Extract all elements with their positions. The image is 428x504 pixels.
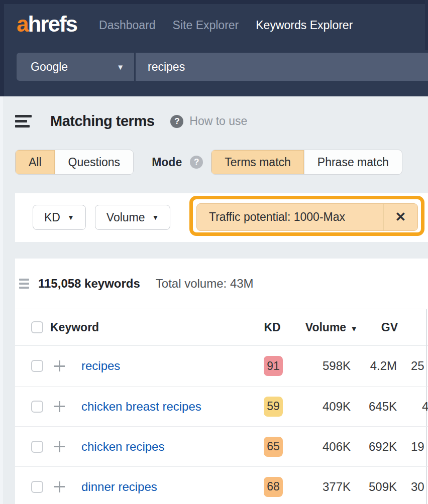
volume-filter-label: Volume bbox=[106, 211, 145, 224]
mode-label: Mode bbox=[152, 156, 182, 169]
kd-filter-label: KD bbox=[44, 211, 60, 224]
content-left-strip bbox=[0, 96, 3, 504]
search-engine-select[interactable]: Google ▼ bbox=[17, 53, 134, 81]
tabs-row: All Questions Mode ? Terms match Phrase … bbox=[15, 150, 402, 175]
top-navbar: ahrefs Dashboard Site Explorer Keywords … bbox=[0, 0, 428, 96]
table-row: recipes 91 598K 4.2M 25 bbox=[15, 346, 428, 386]
add-to-list-plus-icon[interactable] bbox=[53, 401, 65, 413]
volume-value: 406K bbox=[283, 440, 351, 454]
nav-link-keywords-explorer[interactable]: Keywords Explorer bbox=[256, 19, 353, 32]
mode-help-icon[interactable]: ? bbox=[190, 156, 203, 169]
add-to-list-plus-icon[interactable] bbox=[53, 481, 65, 493]
results-panel: 115,058 keywords Total volume: 43M Keywo… bbox=[15, 259, 428, 504]
kd-badge: 68 bbox=[264, 477, 283, 497]
table-row: dinner recipes 68 377K 509K 30 bbox=[15, 466, 428, 504]
page: ahrefs Dashboard Site Explorer Keywords … bbox=[0, 0, 428, 504]
kd-filter-dropdown[interactable]: KD ▼ bbox=[33, 205, 86, 230]
add-to-list-plus-icon[interactable] bbox=[53, 441, 65, 453]
clipped-value: 4 bbox=[397, 400, 428, 414]
mode-tab-group: Terms match Phrase match bbox=[211, 150, 402, 175]
nav-link-site-explorer[interactable]: Site Explorer bbox=[173, 19, 239, 32]
keyword-link[interactable]: dinner recipes bbox=[81, 480, 263, 494]
kd-badge: 65 bbox=[264, 437, 283, 457]
nav-link-dashboard[interactable]: Dashboard bbox=[99, 19, 156, 32]
gv-value: 509K bbox=[351, 480, 397, 494]
ahrefs-logo-a: a bbox=[17, 12, 28, 36]
chevron-down-icon: ▼ bbox=[67, 213, 74, 221]
how-to-use-link[interactable]: How to use bbox=[189, 114, 247, 128]
clipped-value: 30 bbox=[397, 480, 428, 494]
gv-value: 692K bbox=[351, 440, 397, 454]
tab-all[interactable]: All bbox=[16, 150, 55, 174]
table-row: chicken breast recipes 59 409K 645K 4 bbox=[15, 386, 428, 426]
chevron-down-icon: ▼ bbox=[117, 63, 124, 71]
filter-bar: KD ▼ Volume ▼ Traffic potential: 1000-Ma… bbox=[15, 193, 428, 242]
row-checkbox[interactable] bbox=[31, 481, 43, 493]
help-icon[interactable]: ? bbox=[170, 115, 183, 128]
keywords-count: 115,058 keywords bbox=[38, 277, 140, 291]
select-all-checkbox[interactable] bbox=[31, 321, 43, 333]
gv-value: 4.2M bbox=[351, 359, 397, 373]
row-checkbox[interactable] bbox=[31, 401, 43, 413]
volume-header-label: Volume bbox=[305, 321, 346, 334]
sort-desc-icon: ▼ bbox=[350, 324, 358, 333]
volume-value: 598K bbox=[283, 359, 351, 373]
row-checkbox[interactable] bbox=[31, 360, 43, 372]
keyword-link[interactable]: recipes bbox=[81, 359, 263, 373]
kd-badge: 91 bbox=[264, 356, 283, 376]
col-header-keyword: Keyword bbox=[50, 321, 262, 334]
page-title: Matching terms bbox=[50, 113, 154, 130]
stats-row: 115,058 keywords Total volume: 43M bbox=[15, 259, 428, 309]
window-edge-right bbox=[425, 0, 428, 50]
table-header: Keyword KD Volume▼ GV bbox=[15, 309, 428, 346]
kd-badge: 59 bbox=[264, 397, 283, 417]
filter-chip-label: Traffic potential: 1000-Max bbox=[197, 210, 383, 224]
col-header-gv[interactable]: GV bbox=[358, 321, 398, 334]
keyword-link[interactable]: chicken recipes bbox=[81, 440, 263, 454]
report-header: Matching terms ? How to use bbox=[15, 113, 247, 130]
primary-nav: Dashboard Site Explorer Keywords Explore… bbox=[99, 19, 353, 32]
clipped-value: 19 bbox=[397, 440, 428, 454]
search-input[interactable]: recipes bbox=[136, 53, 428, 81]
clipped-value: 25 bbox=[397, 359, 428, 373]
tab-questions[interactable]: Questions bbox=[55, 150, 134, 174]
volume-filter-dropdown[interactable]: Volume ▼ bbox=[95, 205, 171, 230]
volume-value: 377K bbox=[283, 480, 351, 494]
search-bar: Google ▼ recipes bbox=[17, 53, 428, 81]
window-edge-top bbox=[0, 0, 428, 4]
total-volume: Total volume: 43M bbox=[156, 277, 254, 291]
window-edge-left bbox=[0, 0, 4, 96]
keyword-link[interactable]: chicken breast recipes bbox=[81, 400, 263, 414]
table-row: chicken recipes 65 406K 692K 19 bbox=[15, 426, 428, 466]
report-menu-icon[interactable] bbox=[15, 115, 32, 128]
search-query-value: recipes bbox=[148, 60, 185, 74]
gv-value: 645K bbox=[351, 400, 397, 414]
volume-value: 409K bbox=[283, 400, 351, 414]
col-header-volume[interactable]: Volume▼ bbox=[282, 321, 358, 334]
scope-tab-group: All Questions bbox=[15, 150, 134, 175]
col-header-kd[interactable]: KD bbox=[262, 321, 282, 334]
list-options-icon[interactable] bbox=[19, 279, 29, 289]
remove-filter-button[interactable]: ✕ bbox=[383, 204, 417, 230]
tab-phrase-match[interactable]: Phrase match bbox=[304, 150, 402, 174]
keyword-rows: recipes 91 598K 4.2M 25 chicken breast r… bbox=[15, 346, 428, 504]
traffic-potential-filter-chip[interactable]: Traffic potential: 1000-Max ✕ bbox=[196, 203, 418, 231]
ahrefs-logo: ahrefs bbox=[17, 12, 77, 36]
row-checkbox[interactable] bbox=[31, 441, 43, 453]
add-to-list-plus-icon[interactable] bbox=[53, 360, 65, 372]
tab-terms-match[interactable]: Terms match bbox=[211, 150, 304, 174]
chevron-down-icon: ▼ bbox=[152, 213, 159, 221]
ahrefs-logo-rest: hrefs bbox=[28, 12, 77, 36]
search-engine-value: Google bbox=[31, 60, 68, 74]
